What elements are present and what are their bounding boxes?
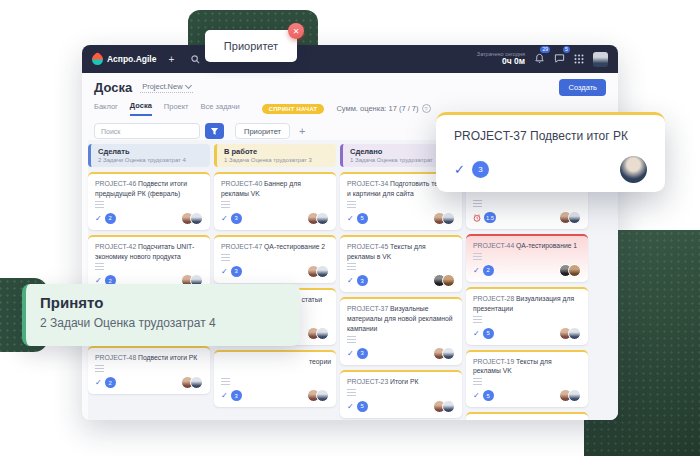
task-card[interactable]: PROJECT-19 Тексты для рекламы VK✓5	[466, 350, 588, 408]
column-title: В работе	[224, 147, 329, 156]
assignee-avatars	[437, 400, 455, 413]
task-code: PROJECT-46	[95, 180, 138, 187]
task-title: PROJECT-44 QA-тестирование 1	[473, 241, 581, 251]
avatar	[316, 212, 329, 225]
estimate-badge: 3	[357, 275, 368, 286]
filter-chip-priority[interactable]: Приоритет	[235, 123, 290, 139]
add-filter-button[interactable]: +	[299, 125, 305, 137]
user-avatar[interactable]	[593, 52, 608, 67]
deadline-clock-icon	[473, 214, 481, 222]
estimate-badge: 5	[357, 213, 368, 224]
board-column: Сделать2 Задачи Оценка трудозатрат 4PROJ…	[88, 144, 210, 420]
assignee-avatars	[185, 376, 203, 389]
task-card[interactable]: PROJECT-37 Визуальные материалы для ново…	[340, 297, 462, 365]
task-card[interactable]: PROJECT-45 Тексты для рекламы в VK✓3	[340, 235, 462, 293]
messages-icon[interactable]: 5	[554, 50, 565, 68]
description-icon	[347, 336, 356, 343]
check-icon: ✓	[221, 391, 228, 400]
task-code: PROJECT-19	[473, 358, 516, 365]
task-footer: ✓5	[473, 389, 581, 402]
task-title: PROJECT-37 Визуальные материалы для ново…	[347, 304, 455, 334]
assignee-avatars	[437, 274, 455, 287]
check-icon: ✓	[221, 214, 228, 223]
tab-board[interactable]: Доска	[130, 101, 152, 116]
filter-funnel-button[interactable]	[205, 123, 224, 139]
apps-grid-icon[interactable]	[574, 50, 584, 68]
estimate-badge: 1.5	[484, 212, 496, 223]
task-footer: ✓3	[221, 389, 329, 402]
task-card[interactable]: PROJECT-28 Визуализация для презентации✓…	[466, 287, 588, 345]
task-card[interactable]: PROJECT-23 Итоги РК✓5	[340, 370, 462, 418]
page-title: Доска	[94, 80, 132, 95]
column-meta: 2 Задачи Оценка трудозатрат 4	[98, 157, 203, 163]
funnel-icon	[210, 127, 219, 136]
column-header: В работе1 Задача Оценка трудозатрат 3	[214, 144, 336, 167]
description-icon	[95, 263, 104, 270]
search-icon[interactable]	[186, 55, 204, 64]
task-title: PROJECT-46 Подвести итоги предыдущей РК …	[95, 179, 203, 199]
search-input[interactable]	[94, 123, 200, 139]
assignee-avatars	[563, 264, 581, 277]
check-icon: ✓	[347, 402, 354, 411]
task-card[interactable]: PROJECT-44 QA-тестирование 1✓2	[466, 234, 588, 282]
assignee-avatars	[311, 212, 329, 225]
description-icon	[473, 253, 482, 260]
avatar	[442, 400, 455, 413]
highlight-card-project-37[interactable]: PROJECT-37 Подвести итог РК ✓ 3	[436, 112, 665, 192]
task-footer: ✓5	[473, 327, 581, 340]
estimate-badge: 5	[483, 328, 494, 339]
notifications-bell-icon[interactable]: 29	[534, 50, 545, 68]
task-title: теории	[221, 357, 329, 376]
description-icon	[473, 316, 482, 323]
description-icon	[473, 378, 482, 385]
app-logo[interactable]: Аспро.Agile	[92, 54, 156, 65]
estimate-badge: 3	[357, 348, 368, 359]
close-icon[interactable]: ✕	[288, 23, 304, 39]
add-icon[interactable]: +	[162, 54, 180, 65]
avatar	[442, 212, 455, 225]
estimate-badge: 3	[472, 161, 489, 178]
priority-tooltip: Приоритет ✕	[205, 30, 297, 62]
task-card[interactable]: теории✓3	[214, 350, 336, 407]
create-button[interactable]: Создать	[559, 79, 606, 96]
check-icon: ✓	[95, 378, 102, 387]
project-selector[interactable]: Project.New	[140, 82, 192, 93]
task-card[interactable]: PROJECT-46 Подвести итоги предыдущей РК …	[88, 172, 210, 230]
task-footer: ✓2	[473, 264, 581, 277]
column-header: Сделать2 Задачи Оценка трудозатрат 4	[88, 144, 210, 167]
check-icon: ✓	[95, 214, 102, 223]
check-icon: ✓	[473, 391, 480, 400]
estimate-badge: 5	[483, 390, 494, 401]
time-tracker: Затрачено сегодня 0ч 0м	[477, 51, 525, 66]
task-footer: 1.5	[473, 211, 581, 224]
estimate-badge: 2	[105, 213, 116, 224]
description-icon	[473, 200, 482, 207]
avatar	[316, 327, 329, 340]
check-icon: ✓	[473, 329, 480, 338]
column-meta: 1 Задача Оценка трудозатрат 3	[224, 157, 329, 163]
accepted-subtitle: 2 Задачи Оценка трудозатрат 4	[40, 316, 286, 330]
chevron-down-icon	[185, 82, 192, 89]
highlight-card-title: PROJECT-37 Подвести итог РК	[454, 129, 647, 143]
assignee-avatars	[311, 389, 329, 402]
task-code: PROJECT-37	[347, 305, 390, 312]
task-card[interactable]: PROJECT-48 Подвести итоги РК✓2	[88, 346, 210, 394]
task-code: PROJECT-34	[347, 180, 390, 187]
task-title: PROJECT-16 Подвести итоги РК	[473, 419, 581, 420]
tab-project[interactable]: Проект	[164, 102, 189, 115]
help-icon[interactable]: ?	[422, 104, 431, 113]
task-card[interactable]: PROJECT-16 Подвести итоги РК	[466, 412, 588, 420]
description-icon	[347, 389, 356, 396]
app-window: Аспро.Agile + Сп Затрачено сегодня 0ч 0м…	[82, 45, 618, 420]
sprint-status-badge: СПРИНТ НАЧАТ	[262, 104, 325, 114]
description-icon	[221, 201, 230, 208]
task-card[interactable]: PROJECT-40 Баннер для рекламы VK✓3	[214, 172, 336, 230]
column-title: Сделать	[98, 147, 203, 156]
task-card[interactable]: PROJECT-47 QA-тестирование 2✓3	[214, 235, 336, 283]
assignee-avatars	[311, 327, 329, 340]
task-footer: ✓3	[347, 347, 455, 360]
task-footer: ✓3	[221, 212, 329, 225]
tab-all-tasks[interactable]: Все задачи	[201, 102, 240, 115]
task-title: PROJECT-47 QA-тестирование 2	[221, 242, 329, 252]
tab-backlog[interactable]: Баклог	[94, 102, 118, 115]
